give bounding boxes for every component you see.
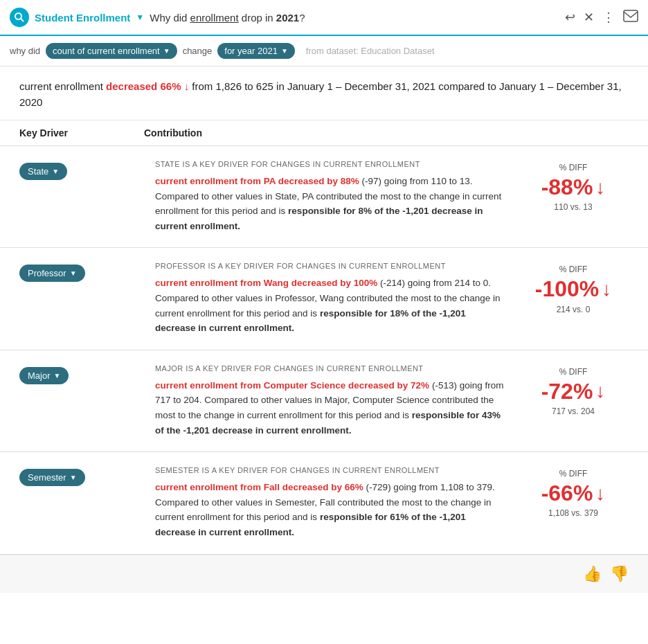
diff-label: % DIFF — [518, 265, 629, 274]
driver-badge-arrow: ▼ — [70, 474, 77, 481]
driver-red-text: current enrollment from Fall decreased b… — [155, 482, 363, 492]
metric-pill-label: count of current enrollment — [53, 46, 160, 56]
table-header: Key Driver Contribution — [0, 120, 648, 146]
driver-title: SEMESTER IS A KEY DRIVER FOR CHANGES IN … — [155, 466, 507, 474]
metric-pill-arrow: ▼ — [163, 47, 170, 55]
diff-compare: 1,108 vs. 379 — [518, 508, 629, 518]
search-icon — [10, 8, 29, 27]
driver-cell-right: % DIFF -100% ↓ 214 vs. 0 — [518, 262, 629, 314]
diff-label: % DIFF — [518, 367, 629, 377]
driver-badge-semester[interactable]: Semester ▼ — [19, 469, 85, 486]
diff-compare: 214 vs. 0 — [518, 305, 629, 314]
diff-compare: 717 vs. 204 — [518, 406, 629, 416]
diff-arrow-icon: ↓ — [595, 177, 605, 199]
header-left: Student Enrollment ▼ Why did enrollment … — [10, 8, 305, 27]
driver-badge-label: State — [28, 166, 48, 177]
driver-cell-middle: PROFESSOR IS A KEY DRIVER FOR CHANGES IN… — [144, 262, 518, 335]
thumbs-down-button[interactable]: 👎 — [610, 565, 629, 583]
driver-bold-text: responsible for 61% of the -1,201 decrea… — [155, 512, 466, 537]
driver-cell-middle: MAJOR IS A KEY DRIVER FOR CHANGES IN CUR… — [144, 364, 518, 438]
app-name[interactable]: Student Enrollment — [35, 12, 130, 24]
driver-rows-container: State ▼ STATE IS A KEY DRIVER FOR CHANGE… — [0, 146, 648, 555]
app-name-arrow[interactable]: ▼ — [136, 12, 144, 22]
header-bar: Student Enrollment ▼ Why did enrollment … — [0, 0, 648, 36]
diff-arrow-icon: ↓ — [595, 483, 605, 505]
driver-desc: current enrollment from Fall decreased b… — [155, 480, 507, 539]
footer: 👍 👎 — [0, 555, 648, 593]
driver-bold-text: responsible for 18% of the -1,201 decrea… — [155, 308, 466, 334]
driver-cell-left: Professor ▼ — [19, 262, 144, 282]
diff-arrow-icon: ↓ — [602, 278, 611, 301]
header-icons: ↩ ✕ ⋮ — [565, 8, 638, 27]
diff-compare: 110 vs. 13 — [518, 202, 629, 212]
col-header-contribution: Contribution — [144, 127, 518, 138]
diff-value-row: -88% ↓ — [518, 175, 629, 199]
driver-row: Professor ▼ PROFESSOR IS A KEY DRIVER FO… — [0, 248, 648, 350]
driver-badge-arrow: ▼ — [70, 269, 77, 277]
driver-cell-left: State ▼ — [19, 160, 144, 180]
header-question: Why did enrollment drop in 2021? — [150, 12, 305, 24]
diff-value: -88% — [541, 175, 593, 199]
driver-badge-state[interactable]: State ▼ — [19, 163, 67, 180]
driver-red-text: current enrollment from PA decreased by … — [155, 176, 359, 186]
driver-badge-label: Semester — [28, 472, 66, 483]
col-header-driver: Key Driver — [19, 127, 144, 138]
driver-cell-right: % DIFF -72% ↓ 717 vs. 204 — [518, 364, 629, 416]
svg-line-1 — [21, 19, 24, 21]
col-header-diff — [518, 127, 629, 138]
driver-desc: current enrollment from Computer Science… — [155, 378, 507, 438]
year-pill-label: for year 2021 — [224, 46, 278, 56]
driver-title: PROFESSOR IS A KEY DRIVER FOR CHANGES IN… — [155, 262, 507, 270]
driver-badge-arrow: ▼ — [54, 372, 61, 379]
metric-pill[interactable]: count of current enrollment ▼ — [46, 43, 177, 59]
diff-label: % DIFF — [518, 163, 629, 172]
thumbs-up-button[interactable]: 👍 — [583, 565, 602, 583]
driver-red-text: current enrollment from Wang decreased b… — [155, 278, 377, 288]
driver-desc: current enrollment from Wang decreased b… — [155, 276, 507, 335]
diff-arrow-icon: ↓ — [595, 380, 605, 402]
summary-text-before: current enrollment — [19, 80, 106, 92]
year-pill[interactable]: for year 2021 ▼ — [217, 43, 295, 59]
driver-badge-label: Major — [28, 370, 51, 381]
driver-title: STATE IS A KEY DRIVER FOR CHANGES IN CUR… — [155, 160, 507, 168]
query-change-text: change — [183, 46, 213, 56]
driver-bold-text: responsible for 43% of the -1,201 decrea… — [155, 410, 501, 436]
undo-icon[interactable]: ↩ — [565, 10, 575, 25]
dataset-label: from dataset: Education Dataset — [306, 46, 435, 56]
diff-value-row: -72% ↓ — [518, 379, 629, 404]
year-pill-arrow: ▼ — [281, 47, 288, 55]
driver-cell-middle: SEMESTER IS A KEY DRIVER FOR CHANGES IN … — [144, 466, 518, 539]
driver-cell-right: % DIFF -66% ↓ 1,108 vs. 379 — [518, 466, 629, 518]
diff-value: -66% — [541, 481, 593, 506]
summary-section: current enrollment decreased 66% ↓ from … — [0, 66, 648, 120]
diff-label: % DIFF — [518, 469, 629, 478]
more-icon[interactable]: ⋮ — [602, 10, 615, 25]
driver-cell-middle: STATE IS A KEY DRIVER FOR CHANGES IN CUR… — [144, 160, 518, 233]
driver-badge-arrow: ▼ — [52, 168, 59, 175]
driver-red-text: current enrollment from Computer Science… — [155, 380, 429, 391]
driver-desc: current enrollment from PA decreased by … — [155, 174, 507, 233]
driver-row: Semester ▼ SEMESTER IS A KEY DRIVER FOR … — [0, 452, 648, 554]
svg-rect-2 — [624, 10, 638, 21]
driver-cell-left: Semester ▼ — [19, 466, 144, 486]
driver-badge-major[interactable]: Major ▼ — [19, 367, 69, 384]
driver-badge-professor[interactable]: Professor ▼ — [19, 265, 85, 282]
driver-row: State ▼ STATE IS A KEY DRIVER FOR CHANGE… — [0, 146, 648, 248]
driver-cell-right: % DIFF -88% ↓ 110 vs. 13 — [518, 160, 629, 212]
diff-value: -72% — [541, 379, 593, 404]
diff-value-row: -100% ↓ — [518, 277, 629, 301]
diff-value-row: -66% ↓ — [518, 481, 629, 506]
driver-cell-left: Major ▼ — [19, 364, 144, 384]
send-icon[interactable] — [623, 8, 638, 27]
summary-decrease: decreased 66% ↓ — [106, 80, 189, 92]
driver-title: MAJOR IS A KEY DRIVER FOR CHANGES IN CUR… — [155, 364, 507, 373]
diff-value: -100% — [535, 277, 600, 301]
query-why-did: why did — [10, 46, 40, 56]
close-icon[interactable]: ✕ — [584, 10, 594, 25]
driver-row: Major ▼ MAJOR IS A KEY DRIVER FOR CHANGE… — [0, 350, 648, 452]
driver-bold-text: responsible for 8% of the -1,201 decreas… — [155, 206, 483, 231]
driver-badge-label: Professor — [28, 268, 66, 278]
query-bar: why did count of current enrollment ▼ ch… — [0, 36, 648, 66]
